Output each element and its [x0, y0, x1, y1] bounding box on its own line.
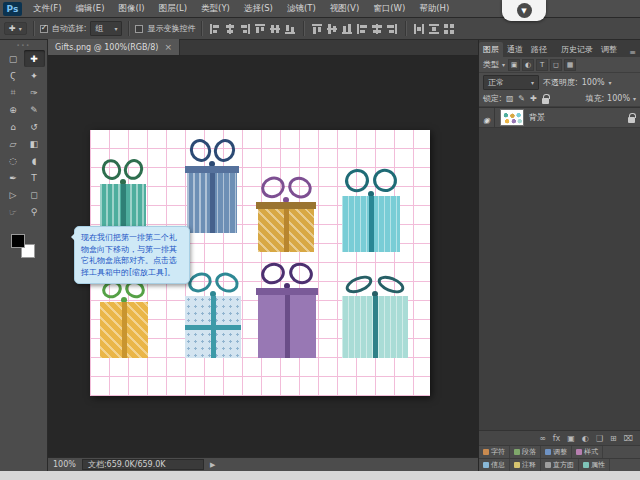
filter-smart-objects-icon[interactable]: ▦	[564, 59, 576, 71]
menu-item[interactable]: 选择(S)	[237, 0, 280, 17]
type-tool[interactable]: T	[24, 169, 45, 186]
distribute-h-center-icon[interactable]	[370, 22, 384, 36]
menu-item[interactable]: 窗口(W)	[366, 0, 412, 17]
history-brush-tool[interactable]: ↺	[24, 118, 45, 135]
lock-transparency-icon[interactable]: ▨	[505, 93, 515, 105]
delete-layer-icon[interactable]: ⌧	[624, 434, 633, 443]
eyedropper-tool[interactable]: ✑	[24, 84, 45, 101]
layer-style-icon[interactable]: fx	[553, 434, 561, 443]
distribute-v-spacing-icon[interactable]	[427, 22, 441, 36]
clone-stamp-tool[interactable]: ⌂	[3, 118, 24, 135]
panel-tab[interactable]: 调整	[597, 42, 621, 57]
lock-icons: ▨✎✚	[505, 93, 551, 105]
hand-tool[interactable]: ☞	[3, 203, 24, 220]
gradient-tool[interactable]: ◧	[24, 135, 45, 152]
align-right-icon[interactable]	[238, 22, 252, 36]
align-toggle-icon[interactable]	[442, 22, 456, 36]
distribute-v-center-icon[interactable]	[325, 22, 339, 36]
brush-tool[interactable]: ✎	[24, 101, 45, 118]
distribute-h-spacing-icon[interactable]	[412, 22, 426, 36]
gift-bow-icon	[258, 262, 316, 288]
dock-row-1: 字符段落调整样式	[479, 445, 640, 458]
tool-preset-picker[interactable]: ✚	[4, 22, 27, 35]
menu-item[interactable]: 文件(F)	[26, 0, 69, 17]
close-icon[interactable]: ×	[164, 42, 172, 52]
pen-tool[interactable]: ✒	[3, 169, 24, 186]
blend-mode-dropdown[interactable]: 正常	[483, 75, 539, 90]
visibility-toggle[interactable]	[479, 108, 495, 128]
move-tool[interactable]: ✚	[24, 50, 45, 67]
filter-shape-layers-icon[interactable]: ◻	[550, 59, 562, 71]
menu-item[interactable]: 滤镜(T)	[280, 0, 323, 17]
eraser-tool[interactable]: ▱	[3, 135, 24, 152]
zoom-tool[interactable]: ⚲	[24, 203, 45, 220]
auto-select-dropdown[interactable]: 组	[90, 21, 122, 36]
menu-item[interactable]: 类型(Y)	[194, 0, 237, 17]
gift-ribbon	[373, 296, 378, 358]
panel-tab[interactable]: 图层	[479, 42, 503, 57]
distribute-bottom-icon[interactable]	[340, 22, 354, 36]
foreground-color-swatch[interactable]	[11, 234, 25, 248]
panel-tab[interactable]: 通道	[503, 42, 527, 57]
panel-icon	[514, 449, 520, 455]
menu-item[interactable]: 图像(I)	[112, 0, 152, 17]
crop-tool[interactable]: ⌗	[3, 84, 24, 101]
dock-tab[interactable]: 直方图	[541, 459, 579, 471]
filter-type-layers-icon[interactable]: T	[536, 59, 548, 71]
blur-tool[interactable]: ◌	[3, 152, 24, 169]
lock-position-icon[interactable]: ✚	[529, 93, 539, 105]
new-layer-icon[interactable]: ⊞	[610, 434, 617, 443]
zoom-level[interactable]: 100%	[53, 460, 76, 469]
align-v-center-icon[interactable]	[268, 22, 282, 36]
new-group-icon[interactable]: ❑	[596, 434, 603, 443]
link-layers-icon[interactable]: ∞	[539, 434, 546, 443]
align-left-icon[interactable]	[208, 22, 222, 36]
distribute-top-icon[interactable]	[310, 22, 324, 36]
menu-item[interactable]: 图层(L)	[152, 0, 194, 17]
lock-all-icon[interactable]	[541, 93, 551, 105]
fill-value[interactable]: 100%	[607, 94, 630, 103]
align-h-center-icon[interactable]	[223, 22, 237, 36]
dock-tab[interactable]: 段落	[510, 446, 541, 458]
dock-tab[interactable]: 样式	[572, 446, 603, 458]
panel-menu-icon[interactable]: ≡	[625, 48, 640, 57]
tools-grid: ▢✚Ϛ✦⌗✑⊕✎⌂↺▱◧◌◖✒T▷◻☞⚲	[3, 50, 45, 220]
opacity-value[interactable]: 100%	[582, 78, 605, 87]
menu-item[interactable]: 编辑(E)	[69, 0, 112, 17]
distribute-right-icon[interactable]	[385, 22, 399, 36]
status-expand-icon[interactable]: ▶	[210, 461, 215, 469]
distribute-left-icon[interactable]	[355, 22, 369, 36]
filter-adjustment-layers-icon[interactable]: ◐	[522, 59, 534, 71]
path-selection-tool[interactable]: ▷	[3, 186, 24, 203]
quick-selection-tool[interactable]: ✦	[24, 67, 45, 84]
dock-tab[interactable]: 调整	[541, 446, 572, 458]
shape-tool[interactable]: ◻	[24, 186, 45, 203]
toolbar-grip[interactable]	[0, 40, 47, 49]
dock-tab[interactable]: 信息	[479, 459, 510, 471]
layer-row[interactable]: 背景	[479, 108, 640, 128]
auto-select-checkbox[interactable]	[40, 25, 48, 33]
layer-mask-icon[interactable]: ▣	[567, 434, 575, 443]
filter-pixel-layers-icon[interactable]: ▣	[508, 59, 520, 71]
chevron-down-icon[interactable]	[633, 94, 636, 103]
new-adjustment-layer-icon[interactable]: ◐	[582, 434, 589, 443]
chevron-down-icon[interactable]	[502, 60, 505, 69]
lock-pixels-icon[interactable]: ✎	[517, 93, 527, 105]
show-transform-checkbox[interactable]	[135, 25, 143, 33]
document-tab[interactable]: Gifts.png @ 100%(RGB/8) ×	[48, 39, 180, 55]
chevron-down-icon[interactable]	[609, 78, 612, 87]
panel-tab[interactable]: 历史记录	[557, 42, 597, 57]
align-bottom-icon[interactable]	[283, 22, 297, 36]
dodge-tool[interactable]: ◖	[24, 152, 45, 169]
rectangular-marquee-tool[interactable]: ▢	[3, 50, 24, 67]
healing-brush-tool[interactable]: ⊕	[3, 101, 24, 118]
menu-item[interactable]: 帮助(H)	[412, 0, 456, 17]
dock-tab[interactable]: 属性	[579, 459, 610, 471]
align-top-icon[interactable]	[253, 22, 267, 36]
panel-tab[interactable]: 路径	[527, 42, 551, 57]
dock-tab[interactable]: 字符	[479, 446, 510, 458]
dock-tab[interactable]: 注释	[510, 459, 541, 471]
lasso-tool[interactable]: Ϛ	[3, 67, 24, 84]
menu-item[interactable]: 视图(V)	[323, 0, 366, 17]
overlay-collapse-button[interactable]: ▼	[502, 0, 546, 21]
